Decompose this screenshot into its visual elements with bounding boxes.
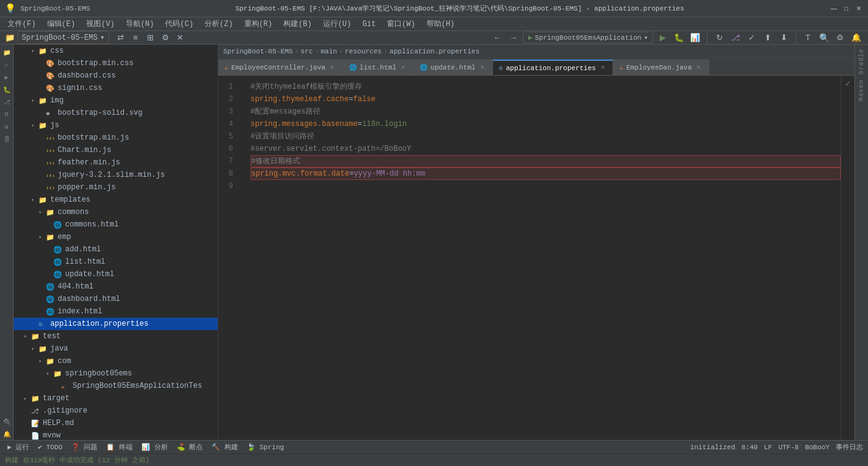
tree-node[interactable]: 📄mvnw bbox=[14, 429, 218, 440]
tree-node[interactable]: ₁₀₁popper.min.js bbox=[14, 181, 218, 194]
tree-node[interactable]: ▾📁java bbox=[14, 343, 218, 355]
tree-node[interactable]: ▾📁js bbox=[14, 119, 218, 132]
sidebar-icon-endpoints[interactable]: ⊗ bbox=[1, 122, 12, 133]
tree-node[interactable]: 🌐404.html bbox=[14, 280, 218, 293]
back-button[interactable]: ← bbox=[490, 31, 504, 45]
tree-node[interactable]: 🌐commons.html bbox=[14, 218, 218, 231]
editor-tab[interactable]: 🌐update.html× bbox=[414, 60, 493, 75]
breadcrumb-item[interactable]: src bbox=[301, 48, 313, 55]
menu-item[interactable]: 窗口(W) bbox=[382, 17, 420, 30]
breadcrumb-item[interactable]: resources bbox=[345, 48, 381, 55]
translate-button[interactable]: T bbox=[801, 31, 815, 45]
sidebar-icon-maven[interactable]: M bbox=[1, 109, 12, 120]
bottom-bar-item[interactable]: ✔ TODO bbox=[35, 443, 65, 451]
tree-expand-arrow[interactable]: ▾ bbox=[38, 234, 46, 241]
menu-item[interactable]: Git bbox=[357, 19, 381, 30]
push-button[interactable]: ⬆ bbox=[761, 31, 774, 45]
vert-label-gradle[interactable]: Gradle bbox=[858, 46, 865, 77]
menu-item[interactable]: 文件(F) bbox=[2, 17, 41, 30]
tree-node[interactable]: ▾📁springboot05ems bbox=[14, 367, 218, 380]
maximize-button[interactable]: □ bbox=[842, 4, 851, 13]
tree-node[interactable]: ⎇.gitignore bbox=[14, 405, 218, 417]
notification-button[interactable]: 🔔 bbox=[849, 31, 863, 45]
tree-node[interactable]: ₁₀₁Chart.min.js bbox=[14, 144, 218, 156]
menu-item[interactable]: 视图(V) bbox=[81, 17, 120, 30]
tree-expand-arrow[interactable]: ▾ bbox=[31, 48, 38, 55]
menu-item[interactable]: 分析(Z) bbox=[200, 17, 238, 30]
tree-node[interactable]: 🌐update.html bbox=[14, 268, 218, 280]
bottom-line-ending[interactable]: BoBooY bbox=[805, 444, 830, 451]
profile-button[interactable]: 📊 bbox=[688, 31, 702, 45]
tab-close-button[interactable]: × bbox=[329, 64, 336, 71]
tree-node[interactable]: 🌐index.html bbox=[14, 305, 218, 318]
menu-item[interactable]: 帮助(H) bbox=[422, 17, 460, 30]
tab-close-button[interactable]: × bbox=[695, 64, 702, 71]
sidebar-icon-project[interactable]: 📁 bbox=[1, 47, 12, 58]
tree-expand-arrow[interactable]: ▾ bbox=[46, 370, 53, 377]
tree-expand-arrow[interactable]: ▸ bbox=[24, 395, 31, 402]
bottom-lf[interactable]: LF bbox=[764, 444, 772, 451]
editor-tab[interactable]: ☕EmployeeController.java× bbox=[218, 60, 343, 75]
run-button[interactable]: ▶ bbox=[656, 31, 670, 45]
git-button[interactable]: ⎇ bbox=[728, 31, 742, 45]
tree-node[interactable]: ₁₀₁feather.min.js bbox=[14, 156, 218, 169]
breadcrumb-item[interactable]: application.properties bbox=[389, 48, 479, 55]
breadcrumb-item[interactable]: main bbox=[321, 48, 337, 55]
tree-node[interactable]: 🌐dashboard.html bbox=[14, 293, 218, 305]
toolbar-action-btn-3[interactable]: ⊞ bbox=[144, 31, 157, 45]
tree-expand-arrow[interactable]: ▾ bbox=[31, 122, 38, 129]
tree-expand-arrow[interactable]: ▾ bbox=[38, 209, 46, 216]
toolbar-action-btn-4[interactable]: ⚙ bbox=[159, 31, 172, 45]
bottom-bar-item[interactable]: ❓ 问题 bbox=[69, 442, 100, 452]
tree-node[interactable]: 🎨bootstrap.min.css bbox=[14, 57, 218, 69]
toolbar-project[interactable]: SpringBoot-05-EMS ▾ bbox=[17, 31, 109, 44]
menu-item[interactable]: 构建(B) bbox=[278, 17, 317, 30]
sidebar-icon-git[interactable]: ⎇ bbox=[1, 97, 12, 108]
bottom-bar-item[interactable]: 🔨 构建 bbox=[209, 442, 241, 452]
tab-close-button[interactable]: × bbox=[599, 65, 606, 72]
forward-button[interactable]: → bbox=[507, 31, 520, 45]
tree-node[interactable]: ▾📁commons bbox=[14, 206, 218, 218]
update-button[interactable]: ↻ bbox=[712, 31, 726, 45]
sidebar-icon-db[interactable]: 🗄 bbox=[1, 134, 12, 145]
menu-item[interactable]: 代码(C) bbox=[160, 17, 198, 30]
search-button[interactable]: 🔍 bbox=[817, 31, 831, 45]
bottom-line[interactable]: 8:40 bbox=[742, 444, 758, 451]
editor-tab[interactable]: ☕EmployeeDao.java× bbox=[613, 60, 709, 75]
tree-expand-arrow[interactable]: ▾ bbox=[31, 97, 38, 104]
bottom-event-log[interactable]: 事件日志 bbox=[836, 442, 863, 452]
tree-node[interactable]: 📝HELP.md bbox=[14, 417, 218, 429]
pull-button[interactable]: ⬇ bbox=[777, 31, 790, 45]
sidebar-icon-debug[interactable]: 🐛 bbox=[1, 84, 12, 96]
breadcrumb-item[interactable]: SpringBoot-05-EMS bbox=[223, 48, 293, 55]
tree-node[interactable]: 🌐list.html bbox=[14, 256, 218, 268]
bottom-bar-item[interactable]: ▶ 运行 bbox=[5, 442, 32, 452]
toolbar-action-btn-2[interactable]: ≡ bbox=[129, 31, 143, 45]
bottom-bar-item[interactable]: 📋 终端 bbox=[104, 442, 135, 452]
tree-node[interactable]: ▾📁img bbox=[14, 94, 218, 107]
tree-node[interactable]: ▾📁emp bbox=[14, 231, 218, 243]
tree-node[interactable]: 🌐add.html bbox=[14, 243, 218, 256]
editor-tab[interactable]: ⚙application.properties× bbox=[493, 60, 613, 75]
tree-node[interactable]: ▸📁target bbox=[14, 392, 218, 405]
menu-item[interactable]: 重构(R) bbox=[239, 17, 278, 30]
minimize-button[interactable]: — bbox=[830, 4, 838, 13]
menu-item[interactable]: 编辑(E) bbox=[42, 17, 81, 30]
bottom-encoding[interactable]: UTF-8 bbox=[778, 444, 799, 451]
bottom-bar-item[interactable]: 🍃 Spring bbox=[244, 443, 286, 451]
sidebar-icon-commit[interactable]: ✓ bbox=[1, 60, 12, 71]
sidebar-icon-run[interactable]: ▶ bbox=[1, 72, 12, 83]
tree-node[interactable]: ₁₀₁jquery-3.2.1.slim.min.js bbox=[14, 169, 218, 181]
tab-close-button[interactable]: × bbox=[479, 64, 486, 71]
tree-node[interactable]: ☕SpringBoot05EmsApplicationTes bbox=[14, 380, 218, 392]
tree-node[interactable]: ◈bootstrap-solid.svg bbox=[14, 107, 218, 119]
commit-button[interactable]: ✓ bbox=[745, 31, 758, 45]
tree-node[interactable]: ⚙application.properties bbox=[14, 318, 218, 330]
menu-item[interactable]: 导航(N) bbox=[121, 17, 159, 30]
tree-node[interactable]: 🎨dashboard.css bbox=[14, 69, 218, 82]
run-config[interactable]: ▶ SpringBoot05EmsApplication ▾ bbox=[523, 32, 653, 43]
settings-button[interactable]: ⚙ bbox=[833, 31, 847, 45]
bottom-initialized[interactable]: initialized bbox=[690, 444, 735, 451]
code-editor[interactable]: 123456789 #关闭thymeleaf模板引擎的缓存spring.thym… bbox=[218, 76, 841, 440]
debug-button[interactable]: 🐛 bbox=[672, 31, 686, 45]
